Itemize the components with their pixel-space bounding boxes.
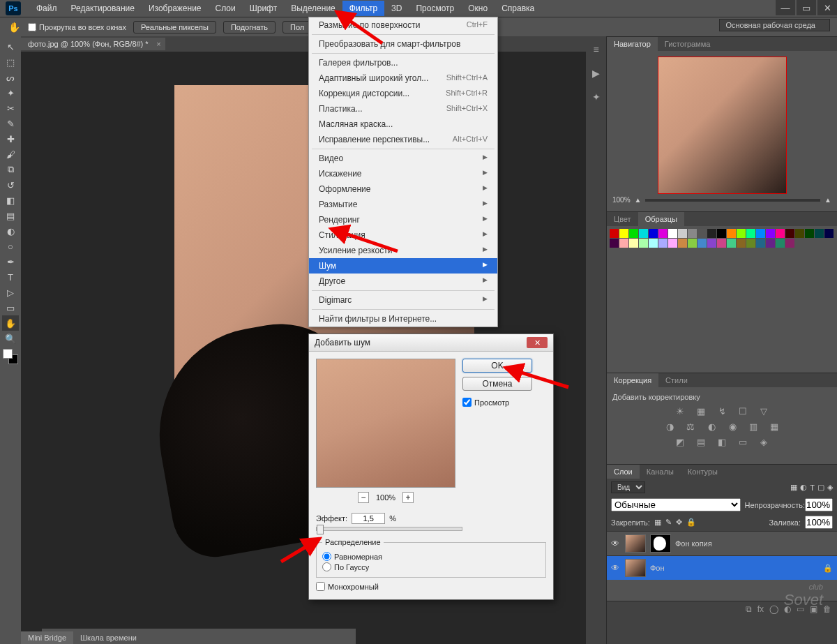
filter-smart-icon[interactable]: ◈ [827, 483, 833, 492]
vibrance-icon[interactable]: ▽ [757, 405, 771, 417]
actions-icon[interactable]: ▶ [590, 67, 603, 80]
timeline-tab[interactable]: Шкала времени [73, 631, 144, 644]
filter-pixel-icon[interactable]: ▦ [790, 483, 797, 492]
history-brush-tool[interactable]: ↺ [2, 177, 19, 193]
swatch[interactable] [746, 229, 755, 238]
swatch[interactable] [619, 229, 628, 238]
posterize-icon[interactable]: ▤ [694, 436, 708, 447]
effect-value-input[interactable] [352, 513, 385, 524]
link-layers-icon[interactable]: ⧉ [746, 604, 752, 614]
filter-adj-icon[interactable]: ◐ [800, 483, 807, 492]
navigator-preview[interactable] [658, 57, 787, 194]
styles-tab[interactable]: Стили [658, 373, 695, 387]
swatch[interactable] [756, 229, 765, 238]
adjustments-tab[interactable]: Коррекция [607, 373, 658, 387]
filter-shape-icon[interactable]: ▢ [817, 483, 824, 492]
menu-item[interactable]: Пластика...Shift+Ctrl+X [309, 101, 497, 117]
swatch[interactable] [619, 239, 628, 248]
ok-button[interactable]: OK [462, 359, 532, 373]
layer-item[interactable]: 👁 Фон 🔒 [607, 555, 837, 580]
swatch[interactable] [629, 239, 638, 248]
swatch[interactable] [805, 229, 814, 238]
swatch[interactable] [727, 229, 736, 238]
swatch[interactable] [649, 229, 658, 238]
swatch[interactable] [737, 239, 746, 248]
balance-icon[interactable]: ⚖ [684, 421, 698, 432]
uniform-radio[interactable]: Равномерная [322, 552, 540, 561]
hand-tool[interactable]: ✋ [2, 315, 19, 331]
lock-position-icon[interactable]: ✥ [676, 518, 682, 527]
swatch[interactable] [785, 229, 794, 238]
invert-icon[interactable]: ◩ [673, 436, 687, 447]
effect-slider[interactable] [316, 527, 462, 531]
photo-filter-icon[interactable]: ◉ [725, 421, 739, 432]
blur-tool[interactable]: ◐ [2, 223, 19, 239]
zoom-out-icon[interactable]: ▲ [635, 196, 642, 204]
swatch[interactable] [776, 229, 785, 238]
lasso-tool[interactable]: ᔕ [2, 70, 19, 85]
scroll-all-checkbox[interactable]: Прокрутка во всех окнах [28, 23, 126, 31]
channels-tab[interactable]: Каналы [640, 465, 681, 479]
menu-item[interactable]: Исправление перспективы...Alt+Ctrl+V [309, 132, 497, 147]
lock-transparent-icon[interactable]: ▦ [654, 518, 661, 527]
menu-item[interactable]: Преобразовать для смарт-фильтров [309, 36, 497, 52]
menu-item[interactable]: Другое▶ [309, 274, 497, 289]
menu-item[interactable]: Масляная краска... [309, 117, 497, 132]
gaussian-radio[interactable]: По Гауссу [322, 562, 540, 571]
zoom-in-icon[interactable]: ▲ [824, 196, 831, 204]
marquee-tool[interactable]: ⬚ [2, 54, 19, 70]
layer-mask-icon[interactable]: ◯ [769, 604, 778, 614]
gradient-tool[interactable]: ▤ [2, 208, 19, 223]
menu-item[interactable]: Найти фильтры в Интернете... [309, 311, 497, 327]
eraser-tool[interactable]: ◧ [2, 193, 19, 208]
shape-tool[interactable]: ▭ [2, 300, 19, 315]
menu-item[interactable]: Оформление▶ [309, 181, 497, 197]
wand-tool[interactable]: ✦ [2, 85, 19, 100]
path-select-tool[interactable]: ▷ [2, 285, 19, 300]
swatch[interactable] [795, 229, 804, 238]
swatch[interactable] [658, 239, 668, 248]
workspace-switcher[interactable]: Основная рабочая среда [719, 19, 830, 31]
menu-3d[interactable]: 3D [384, 1, 409, 16]
swatch[interactable] [610, 239, 619, 248]
dialog-preview-image[interactable] [316, 359, 455, 488]
lock-all-icon[interactable]: 🔒 [686, 518, 696, 527]
brightness-icon[interactable]: ☀ [673, 405, 687, 417]
menu-item[interactable]: Усиление резкости▶ [309, 243, 497, 258]
zoom-tool[interactable]: 🔍 [2, 331, 19, 346]
swatch[interactable] [717, 239, 726, 248]
close-tab-icon[interactable]: × [156, 40, 160, 48]
menu-слои[interactable]: Слои [209, 1, 243, 16]
selective-color-icon[interactable]: ◈ [757, 436, 771, 447]
zoom-out-button[interactable]: − [358, 492, 369, 503]
swatch[interactable] [737, 229, 746, 238]
dodge-tool[interactable]: ○ [2, 239, 19, 254]
curves-icon[interactable]: ↯ [715, 405, 729, 417]
heal-tool[interactable]: ✚ [2, 131, 19, 147]
menu-редактирование[interactable]: Редактирование [64, 1, 142, 16]
menu-item[interactable]: Адаптивный широкий угол...Shift+Ctrl+A [309, 70, 497, 86]
history-icon[interactable]: ≡ [590, 43, 603, 56]
swatch[interactable] [746, 239, 755, 248]
stamp-tool[interactable]: ⧉ [2, 162, 19, 177]
menu-справка[interactable]: Справка [495, 1, 541, 16]
menu-item[interactable]: Рендеринг▶ [309, 212, 497, 227]
move-tool[interactable]: ↖ [2, 39, 19, 54]
swatch[interactable] [639, 239, 648, 248]
menu-item[interactable]: Размытие по поверхностиCtrl+F [309, 17, 497, 33]
menu-изображение[interactable]: Изображение [142, 1, 209, 16]
swatch[interactable] [717, 229, 726, 238]
bw-icon[interactable]: ◐ [704, 421, 718, 432]
lock-paint-icon[interactable]: ✎ [665, 518, 672, 527]
swatch[interactable] [649, 239, 658, 248]
eyedropper-tool[interactable]: ✎ [2, 116, 19, 131]
menu-item[interactable]: Стилизация▶ [309, 227, 497, 243]
opacity-input[interactable] [805, 498, 833, 511]
new-layer-icon[interactable]: ▣ [810, 604, 817, 614]
menu-выделение[interactable]: Выделение [284, 1, 342, 16]
lookup-icon[interactable]: ▦ [767, 421, 781, 432]
swatch[interactable] [727, 239, 736, 248]
zoom-in-button[interactable]: + [402, 492, 414, 503]
swatch[interactable] [707, 229, 716, 238]
layer-style-icon[interactable]: fx [757, 604, 764, 614]
